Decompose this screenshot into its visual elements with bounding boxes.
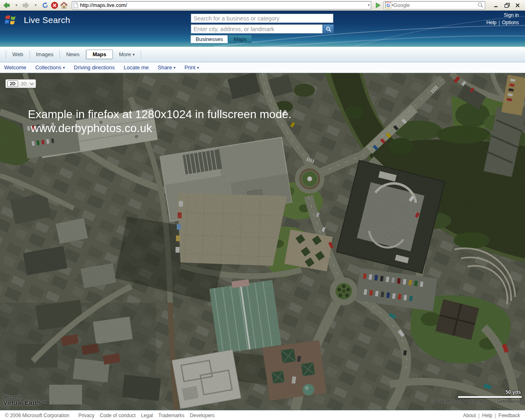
- collections-menu[interactable]: Collections▾: [35, 64, 65, 71]
- stop-icon: [51, 2, 58, 9]
- minimize-icon: [494, 3, 499, 7]
- driving-directions-link[interactable]: Driving directions: [74, 64, 115, 71]
- mode-3d-button[interactable]: 3D: [19, 81, 28, 87]
- google-logo-icon: G: [385, 2, 391, 8]
- divider: |: [499, 20, 500, 25]
- share-menu[interactable]: Share▾: [158, 64, 175, 71]
- close-button[interactable]: [514, 1, 521, 10]
- reload-icon: [41, 2, 49, 9]
- print-menu[interactable]: Print▾: [185, 64, 199, 71]
- url-dropdown-icon[interactable]: ▾: [368, 3, 370, 7]
- welcome-link[interactable]: Welcome: [4, 64, 26, 71]
- tab-images[interactable]: Images: [30, 50, 60, 59]
- back-button[interactable]: [2, 1, 11, 10]
- go-button[interactable]: [374, 1, 382, 10]
- feedback-link[interactable]: Feedback: [498, 413, 520, 418]
- aerial-imagery: [0, 73, 525, 410]
- options-link[interactable]: Options: [502, 20, 519, 25]
- tab-maps[interactable]: Maps: [86, 50, 113, 59]
- divider: |: [495, 413, 496, 418]
- mode-2d-button[interactable]: 2D: [7, 80, 18, 87]
- home-button[interactable]: [60, 1, 68, 10]
- google-search-input[interactable]: [393, 2, 477, 8]
- forward-button[interactable]: [22, 1, 30, 10]
- tab-news[interactable]: News: [60, 50, 86, 59]
- stop-button[interactable]: [50, 1, 59, 10]
- chevron-down-icon: ▾: [133, 52, 135, 57]
- business-search-input[interactable]: [191, 14, 333, 23]
- help-footer-link[interactable]: Help: [482, 413, 492, 418]
- chevron-down-icon: ▾: [173, 66, 176, 70]
- help-link[interactable]: Help: [486, 20, 497, 25]
- search-vertical-tabs: Web Images News Maps More▾: [0, 47, 525, 62]
- restore-button[interactable]: [504, 1, 510, 10]
- maps-toolbar: Welcome Collections▾ Driving directions …: [0, 62, 525, 73]
- go-icon: [375, 2, 381, 9]
- tab-web[interactable]: Web: [6, 50, 30, 59]
- restore-icon: [504, 3, 510, 8]
- browser-toolbar: ▾ ▾ ▾ G ▾: [0, 0, 525, 11]
- live-search-header: Live Search Businesses Maps Sign in Help…: [0, 11, 525, 47]
- back-history-dropdown[interactable]: ▾: [12, 1, 21, 10]
- google-searchbar[interactable]: G ▾: [383, 1, 485, 9]
- photo-grain: [0, 73, 525, 410]
- url-input[interactable]: [80, 2, 368, 8]
- forward-icon: [22, 2, 30, 9]
- about-link[interactable]: About: [463, 413, 476, 418]
- home-icon: [60, 2, 68, 9]
- brand-title: Live Search: [24, 15, 70, 25]
- tab-businesses[interactable]: Businesses: [191, 35, 228, 43]
- page-icon: [73, 2, 78, 8]
- developers-link[interactable]: Developers: [190, 413, 215, 418]
- window-controls: [493, 1, 521, 10]
- search-submit-button[interactable]: [323, 24, 334, 34]
- sign-in-link[interactable]: Sign in: [504, 12, 519, 18]
- code-of-conduct-link[interactable]: Code of conduct: [100, 413, 135, 418]
- url-bar[interactable]: ▾: [72, 1, 371, 9]
- legal-link[interactable]: Legal: [141, 413, 153, 418]
- chevron-down-icon: ▾: [63, 66, 65, 70]
- forward-history-dropdown[interactable]: ▾: [32, 1, 40, 10]
- chevron-down-icon: ▾: [197, 66, 199, 70]
- chevron-down-icon[interactable]: [30, 82, 34, 85]
- page-footer: © 2006 Microsoft Corporation Privacy Cod…: [0, 410, 525, 420]
- windows-flag-icon: [4, 14, 19, 27]
- privacy-link[interactable]: Privacy: [78, 413, 94, 418]
- divider: |: [478, 413, 479, 418]
- map-mode-control[interactable]: 2D 3D: [5, 79, 36, 88]
- map-canvas[interactable]: 2D 3D Example in firefox at 525x420 in…: [0, 73, 525, 410]
- locate-me-link[interactable]: Locate me: [124, 64, 149, 71]
- location-search-input[interactable]: [191, 24, 323, 34]
- tab-more[interactable]: More▾: [113, 50, 141, 59]
- magnifier-icon[interactable]: [477, 2, 484, 8]
- back-icon: [3, 2, 10, 9]
- close-icon: [515, 3, 520, 8]
- reload-button[interactable]: [41, 1, 49, 10]
- trademarks-link[interactable]: Trademarks: [158, 413, 185, 418]
- search-icon: [326, 26, 331, 32]
- minimize-button[interactable]: [493, 1, 500, 10]
- footer-copyright: © 2006 Microsoft Corporation: [5, 413, 69, 418]
- tab-maps-scope[interactable]: Maps: [228, 35, 251, 43]
